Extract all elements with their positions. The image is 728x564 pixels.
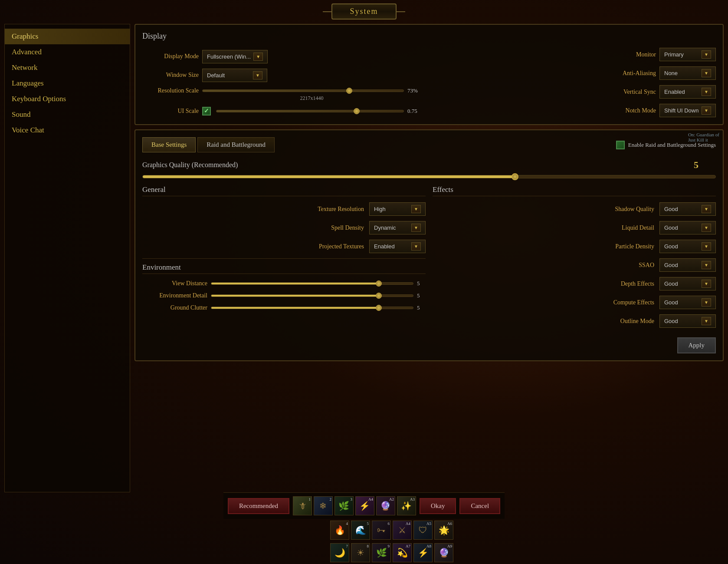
graphics-section: Base Settings Raid and Battleground Enab… [134, 129, 724, 361]
vertical-sync-label: Vertical Sync [604, 89, 656, 96]
sidebar-item-network[interactable]: Network [5, 60, 130, 76]
dropdown-arrow-icon: ▼ [253, 53, 263, 61]
hotbar-slot-18[interactable]: 🔮A9 [434, 543, 453, 562]
compute-effects-label: Compute Effects [433, 299, 659, 306]
environment-detail-thumb[interactable] [376, 293, 382, 299]
anti-aliasing-dropdown[interactable]: None ▼ [659, 66, 716, 80]
general-title: General [142, 185, 426, 196]
depth-effects-dropdown[interactable]: Good ▼ [659, 277, 716, 290]
dropdown-arrow-icon: ▼ [411, 224, 421, 232]
spell-density-dropdown[interactable]: Dynamic ▼ [369, 221, 426, 234]
dropdown-arrow-icon: ▼ [702, 242, 711, 251]
notch-mode-row: Notch Mode Shift UI Down ▼ [433, 104, 716, 117]
ground-clutter-thumb[interactable] [376, 305, 382, 311]
projected-textures-dropdown[interactable]: Enabled ▼ [369, 240, 426, 253]
view-distance-slider[interactable] [211, 282, 413, 285]
hotbar-slot-7[interactable]: 🔥4 [330, 521, 349, 540]
quality-slider-thumb[interactable] [512, 173, 518, 180]
shadow-quality-dropdown[interactable]: Good ▼ [659, 202, 716, 216]
main-window: System Graphics Advanced Network Languag… [0, 0, 728, 564]
hotbar-area-2: 🔥4 🌊5 🗝6 ⚔A4 🛡A5 🌟A6 [60, 521, 724, 540]
environment-detail-slider[interactable] [211, 294, 413, 297]
in-game-text: On: Guardian ofJust Kill it [688, 132, 719, 142]
sidebar-item-graphics[interactable]: Graphics [5, 29, 130, 44]
ssao-dropdown[interactable]: Good ▼ [659, 258, 716, 272]
hotbar-slot-6[interactable]: ✨A3 [397, 496, 416, 515]
hotbar-slot-13[interactable]: 🌙7 [330, 543, 349, 562]
hotbar-slot-12[interactable]: 🌟A6 [434, 521, 453, 540]
projected-textures-row: Projected Textures Enabled ▼ [142, 240, 426, 253]
environment-detail-label: Environment Detail [142, 292, 207, 299]
hotbar-slot-11[interactable]: 🛡A5 [413, 521, 433, 540]
hotbar-slot-8[interactable]: 🌊5 [351, 521, 370, 540]
ui-scale-slider[interactable] [216, 110, 404, 112]
texture-resolution-row: Texture Resolution High ▼ [142, 202, 426, 216]
monitor-dropdown[interactable]: Primary ▼ [659, 48, 716, 61]
hotbar-slot-3[interactable]: 🌿3 [334, 496, 354, 515]
hotbar-slot-16[interactable]: 💫A7 [393, 543, 412, 562]
ground-clutter-value: 5 [417, 304, 426, 311]
display-mode-row: Display Mode Fullscreen (Win... ▼ [142, 50, 425, 63]
dropdown-arrow-icon: ▼ [411, 205, 421, 213]
separator [142, 258, 426, 259]
tab-raid-battleground[interactable]: Raid and Battleground [197, 137, 275, 152]
liquid-detail-label: Liquid Detail [433, 224, 659, 231]
quality-label: Graphics Quality (Recommended) [142, 161, 238, 169]
hotbar-slot-2[interactable]: ❄2 [314, 496, 333, 515]
sidebar-item-advanced[interactable]: Advanced [5, 44, 130, 60]
view-distance-label: View Distance [142, 280, 207, 287]
shadow-quality-row: Shadow Quality Good ▼ [433, 202, 716, 216]
liquid-detail-dropdown[interactable]: Good ▼ [659, 221, 716, 234]
vertical-sync-row: Vertical Sync Enabled ▼ [433, 85, 716, 99]
ui-scale-label: UI Scale [142, 108, 199, 115]
monitor-label: Monitor [604, 51, 656, 58]
display-section: Display Display Mode Fullscreen (Win... … [134, 24, 724, 125]
particle-density-dropdown[interactable]: Good ▼ [659, 240, 716, 253]
effects-title: Effects [433, 185, 716, 196]
sidebar-item-languages[interactable]: Languages [5, 76, 130, 91]
hotbar-slot-10[interactable]: ⚔A4 [393, 521, 412, 540]
liquid-detail-row: Liquid Detail Good ▼ [433, 221, 716, 234]
dropdown-arrow-icon: ▼ [411, 242, 421, 251]
outline-mode-dropdown[interactable]: Good ▼ [659, 314, 716, 328]
apply-button[interactable]: Apply [677, 337, 716, 353]
okay-button[interactable]: Okay [420, 498, 456, 514]
raid-settings-checkbox[interactable] [616, 141, 625, 149]
display-mode-dropdown[interactable]: Fullscreen (Win... ▼ [202, 50, 268, 63]
spell-density-label: Spell Density [142, 224, 369, 231]
ground-clutter-slider[interactable] [211, 307, 413, 309]
window-size-dropdown[interactable]: Default ▼ [202, 69, 267, 82]
recommended-button[interactable]: Recommended [228, 498, 289, 514]
hotbar-slot-1[interactable]: 🗡1 [293, 496, 312, 515]
settings-columns: General Texture Resolution High ▼ Spell … [142, 185, 716, 333]
vertical-sync-dropdown[interactable]: Enabled ▼ [659, 85, 716, 99]
anti-aliasing-row: Anti-Aliasing None ▼ [433, 66, 716, 80]
environment-detail-value: 5 [417, 292, 426, 299]
hotbar-row-2: 🔥4 🌊5 🗝6 ⚔A4 🛡A5 🌟A6 [0, 519, 728, 541]
quality-slider[interactable] [142, 175, 716, 178]
tab-base-settings[interactable]: Base Settings [142, 137, 196, 152]
ui-scale-checkbox[interactable] [202, 107, 211, 115]
view-distance-thumb[interactable] [376, 280, 382, 287]
hotbar-slot-15[interactable]: 🌿9 [372, 543, 391, 562]
outline-mode-row: Outline Mode Good ▼ [433, 314, 716, 328]
compute-effects-dropdown[interactable]: Good ▼ [659, 296, 716, 309]
texture-resolution-dropdown[interactable]: High ▼ [369, 202, 426, 216]
hotbar-slot-5[interactable]: 🔮A2 [376, 496, 395, 515]
hotbar-slot-14[interactable]: ☀8 [351, 543, 370, 562]
hotbar-slot-9[interactable]: 🗝6 [372, 521, 391, 540]
dropdown-arrow-icon: ▼ [702, 280, 711, 288]
environment-title: Environment [142, 263, 426, 274]
hotbar-slot-4[interactable]: ⚡A4 [355, 496, 374, 515]
sidebar-item-voice-chat[interactable]: Voice Chat [5, 122, 130, 138]
sidebar-item-sound[interactable]: Sound [5, 107, 130, 122]
dropdown-arrow-icon: ▼ [702, 69, 711, 77]
cancel-button[interactable]: Cancel [459, 498, 500, 514]
hotbar-slot-17[interactable]: ⚡A8 [413, 543, 433, 562]
anti-aliasing-label: Anti-Aliasing [604, 70, 656, 77]
resolution-scale-slider[interactable] [202, 89, 404, 92]
quality-value: 5 [694, 159, 716, 171]
notch-mode-dropdown[interactable]: Shift UI Down ▼ [659, 104, 716, 117]
sidebar-item-keyboard-options[interactable]: Keyboard Options [5, 91, 130, 107]
sidebar: Graphics Advanced Network Languages Keyb… [4, 24, 130, 492]
